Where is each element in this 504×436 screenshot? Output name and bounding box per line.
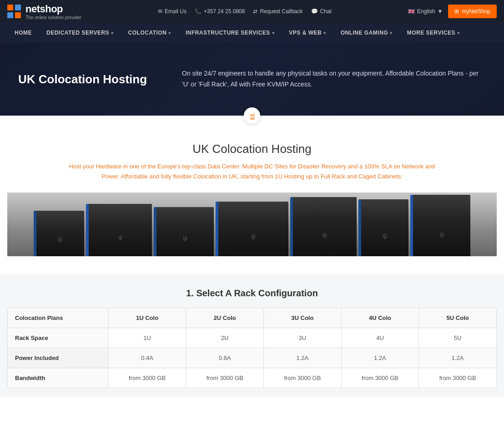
row-value: 1U xyxy=(108,328,186,348)
top-right: 🇬🇧 English ▼ ⊞ myNetShop xyxy=(408,5,497,18)
chat-link[interactable]: 💬 Chat xyxy=(311,8,332,15)
language-selector[interactable]: 🇬🇧 English ▼ xyxy=(408,8,443,15)
nav-home[interactable]: HOME xyxy=(7,23,39,43)
callback-icon: ⇄ xyxy=(253,8,257,15)
nav-bar: HOME DEDICATED SERVERS ▾ COLOCATION ▾ IN… xyxy=(0,23,504,43)
hero-left: UK Colocation Hosting xyxy=(18,72,155,86)
logo-text: netshop The online solution provider xyxy=(25,3,81,20)
main-section: UK Colocation Hosting Host your Hardware… xyxy=(0,124,504,274)
chevron-down-icon: ▾ xyxy=(390,30,393,35)
phone-icon: 📞 xyxy=(195,8,202,15)
chat-label: Chat xyxy=(320,8,332,15)
row-label: Bandwidth xyxy=(8,368,109,388)
row-value: 4U xyxy=(341,328,419,348)
row-value: from 3000 GB xyxy=(341,368,419,388)
nav-more-label: MORE SERVICES xyxy=(407,30,455,36)
chevron-down-icon: ▼ xyxy=(437,8,443,15)
server-image xyxy=(7,193,497,256)
row-value: 2U xyxy=(186,328,264,348)
row-value: 1.2A xyxy=(419,348,497,368)
rack-unit xyxy=(154,207,214,256)
language-label: English xyxy=(417,8,435,15)
logo-tagline: The online solution provider xyxy=(25,15,81,20)
email-label: Email Us xyxy=(165,8,186,15)
scroll-indicator: ⪷ xyxy=(0,107,504,124)
phone-link[interactable]: 📞 +357 24 25 0808 xyxy=(195,8,245,15)
nav-gaming-label: ONLINE GAMING xyxy=(341,30,388,36)
top-contacts: ✉ Email Us 📞 +357 24 25 0808 ⇄ Request C… xyxy=(158,8,332,15)
phone-label: +357 24 25 0808 xyxy=(204,8,245,15)
nav-colocation-label: COLOCATION xyxy=(128,30,167,36)
colocation-table: Colocation Plans 1U Colo 2U Colo 3U Colo… xyxy=(7,308,497,388)
row-label: Power Included xyxy=(8,348,109,368)
rack-unit xyxy=(290,197,357,256)
top-bar: netshop The online solution provider ✉ E… xyxy=(0,0,504,23)
col-header-3u: 3U Colo xyxy=(264,308,342,328)
col-header-1u: 1U Colo xyxy=(108,308,186,328)
nav-more-services[interactable]: MORE SERVICES ▾ xyxy=(400,23,467,43)
row-value: 0.4A xyxy=(108,348,186,368)
nav-dedicated-servers-label: DEDICATED SERVERS xyxy=(46,30,109,36)
logo-area[interactable]: netshop The online solution provider xyxy=(7,3,81,20)
hero-right: On site 24/7 engineers to handle any phy… xyxy=(155,68,486,90)
config-title: 1. Select A Rack Configuration xyxy=(7,288,497,299)
row-label: Rack Space xyxy=(8,328,109,348)
col-header-plans: Colocation Plans xyxy=(8,308,109,328)
rack-unit xyxy=(216,202,288,256)
row-value: from 3000 GB xyxy=(186,368,264,388)
callback-link[interactable]: ⇄ Request Callback xyxy=(253,8,302,15)
chevron-down-icon: ▾ xyxy=(457,30,460,35)
nav-vps-web[interactable]: VPS & WEB ▾ xyxy=(282,23,333,43)
chevron-down-icon: ▾ xyxy=(111,30,114,35)
row-value: 0.8A xyxy=(186,348,264,368)
hero-title: UK Colocation Hosting xyxy=(18,72,155,86)
hero-description: On site 24/7 engineers to handle any phy… xyxy=(182,68,486,90)
row-value: 3U xyxy=(264,328,342,348)
mynetshop-label: myNetShop xyxy=(462,8,490,15)
email-icon: ✉ xyxy=(158,8,162,15)
rack-unit xyxy=(34,211,84,256)
logo-name: netshop xyxy=(25,3,81,15)
nav-vps-label: VPS & WEB xyxy=(289,30,322,36)
nav-colocation[interactable]: COLOCATION ▾ xyxy=(121,23,178,43)
chevron-down-icon: ▾ xyxy=(323,30,326,35)
chevron-down-icon: ▾ xyxy=(168,30,171,35)
nav-online-gaming[interactable]: ONLINE GAMING ▾ xyxy=(333,23,400,43)
mynetshop-button[interactable]: ⊞ myNetShop xyxy=(448,5,497,18)
nav-dedicated-servers[interactable]: DEDICATED SERVERS ▾ xyxy=(39,23,121,43)
row-value: 1.2A xyxy=(341,348,419,368)
email-link[interactable]: ✉ Email Us xyxy=(158,8,186,15)
row-value: 1.2A xyxy=(264,348,342,368)
flag-icon: 🇬🇧 xyxy=(408,8,415,15)
row-value: from 3000 GB xyxy=(108,368,186,388)
table-row: Power Included0.4A0.8A1.2A1.2A1.2A xyxy=(8,348,497,368)
row-value: from 3000 GB xyxy=(419,368,497,388)
col-header-2u: 2U Colo xyxy=(186,308,264,328)
chevron-down-icon: ▾ xyxy=(272,30,275,35)
col-header-5u: 5U Colo xyxy=(419,308,497,328)
section-subtitle: Host your Hardware in one of the Europe'… xyxy=(66,162,438,182)
scroll-down-button[interactable]: ⪷ xyxy=(244,107,260,124)
logo-icon xyxy=(7,5,21,18)
section-title: UK Colocation Hosting xyxy=(7,142,497,156)
col-header-4u: 4U Colo xyxy=(341,308,419,328)
chevron-down-icon: ⪷ xyxy=(249,112,255,120)
table-row: Bandwidthfrom 3000 GBfrom 3000 GBfrom 30… xyxy=(8,368,497,388)
nav-infrastructure-label: INFRASTRUCTURE SERVICES xyxy=(186,30,270,36)
hero-section: UK Colocation Hosting On site 24/7 engin… xyxy=(0,43,504,116)
rack-unit xyxy=(358,199,409,256)
table-row: Rack Space1U2U3U4U5U xyxy=(8,328,497,348)
rack-unit xyxy=(86,204,152,256)
config-section: 1. Select A Rack Configuration Colocatio… xyxy=(0,274,504,397)
callback-label: Request Callback xyxy=(260,8,302,15)
chat-icon: 💬 xyxy=(311,8,318,15)
nav-home-label: HOME xyxy=(15,30,32,36)
row-value: from 3000 GB xyxy=(264,368,342,388)
table-header-row: Colocation Plans 1U Colo 2U Colo 3U Colo… xyxy=(8,308,497,328)
rack-unit xyxy=(410,195,470,256)
row-value: 5U xyxy=(419,328,497,348)
server-rack-visual xyxy=(34,197,470,256)
nav-infrastructure-services[interactable]: INFRASTRUCTURE SERVICES ▾ xyxy=(178,23,282,43)
grid-icon: ⊞ xyxy=(454,8,459,15)
